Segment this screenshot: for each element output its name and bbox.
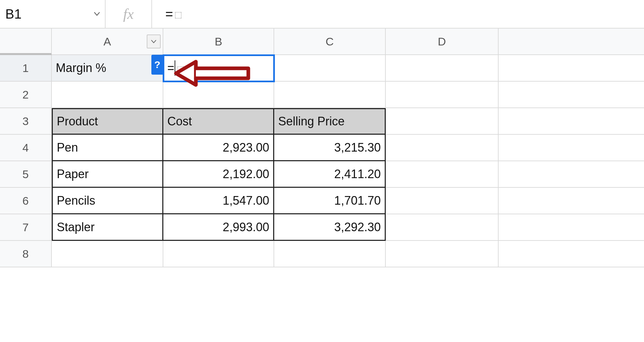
formula-text: = <box>165 7 173 22</box>
cell-c1[interactable] <box>274 55 386 82</box>
cell-value: Paper <box>57 167 89 181</box>
cell-a5[interactable]: Paper <box>52 161 163 188</box>
cell-c4[interactable]: 3,215.30 <box>274 135 386 161</box>
cell-b1-editing[interactable]: ? = <box>163 55 274 82</box>
cell-c5[interactable]: 2,411.20 <box>274 161 386 188</box>
cell-a8[interactable] <box>52 241 163 267</box>
cell-value: 2,923.00 <box>223 141 269 155</box>
formula-help-button[interactable]: ? <box>151 55 163 75</box>
row-header-2[interactable]: 2 <box>0 82 52 108</box>
row-header-8[interactable]: 8 <box>0 241 52 267</box>
cell-a3[interactable]: Product <box>52 108 163 135</box>
name-box-container: B1 <box>3 0 106 28</box>
cell-value: 1,547.00 <box>223 194 269 208</box>
col-header-label: D <box>438 35 446 48</box>
col-header-c[interactable]: C <box>274 29 386 55</box>
cell-a4[interactable]: Pen <box>52 135 163 161</box>
cell-d7[interactable] <box>386 214 499 241</box>
sheet-container: A B C D 1 Margin % ? <box>0 29 644 267</box>
cell-value: 2,192.00 <box>223 167 269 181</box>
cell-b6[interactable]: 1,547.00 <box>163 188 274 214</box>
cell-d1[interactable] <box>386 55 499 82</box>
cell-d2[interactable] <box>386 82 499 108</box>
cell-c6[interactable]: 1,701.70 <box>274 188 386 214</box>
row-header-6[interactable]: 6 <box>0 188 52 214</box>
cell-b5[interactable]: 2,192.00 <box>163 161 274 188</box>
name-box-dropdown-icon[interactable] <box>89 12 105 16</box>
formula-placeholder-icon <box>177 66 184 73</box>
cell-value: Pen <box>57 141 78 155</box>
cell-e5[interactable] <box>499 161 644 188</box>
cell-value: 1,701.70 <box>334 194 381 208</box>
text-caret-icon <box>175 60 175 76</box>
formula-input[interactable]: = <box>152 0 644 28</box>
cell-b2[interactable] <box>163 82 274 108</box>
cell-b4[interactable]: 2,923.00 <box>163 135 274 161</box>
cell-a7[interactable]: Stapler <box>52 214 163 241</box>
spreadsheet-grid[interactable]: A B C D 1 Margin % ? <box>0 29 644 267</box>
cell-value: Cost <box>167 114 192 128</box>
cell-c7[interactable]: 3,292.30 <box>274 214 386 241</box>
cell-a6[interactable]: Pencils <box>52 188 163 214</box>
cell-value: 2,993.00 <box>223 220 269 234</box>
cell-e1[interactable] <box>499 55 644 82</box>
cell-e3[interactable] <box>499 108 644 135</box>
cell-b3[interactable]: Cost <box>163 108 274 135</box>
row-header-3[interactable]: 3 <box>0 108 52 135</box>
formula-placeholder-icon <box>175 12 182 19</box>
cell-e7[interactable] <box>499 214 644 241</box>
cell-edit-text: = <box>167 61 174 75</box>
cell-e6[interactable] <box>499 188 644 214</box>
cell-d4[interactable] <box>386 135 499 161</box>
cell-c3[interactable]: Selling Price <box>274 108 386 135</box>
select-all-corner[interactable] <box>0 29 52 55</box>
col-header-d[interactable]: D <box>386 29 499 55</box>
fx-icon[interactable]: fx <box>106 0 152 28</box>
col-header-a[interactable]: A <box>52 29 163 55</box>
col-header-label: B <box>215 35 222 48</box>
cell-value: Stapler <box>57 220 95 234</box>
cell-c8[interactable] <box>274 241 386 267</box>
row-header-7[interactable]: 7 <box>0 214 52 241</box>
cell-edit-content: = <box>167 60 184 76</box>
row-header-4[interactable]: 4 <box>0 135 52 161</box>
cell-c2[interactable] <box>274 82 386 108</box>
cell-value: Pencils <box>57 194 95 208</box>
cell-value: Selling Price <box>278 114 345 128</box>
cell-value: 3,292.30 <box>334 220 381 234</box>
cell-d3[interactable] <box>386 108 499 135</box>
col-header-label: C <box>326 35 334 48</box>
cell-b8[interactable] <box>163 241 274 267</box>
row-header-5[interactable]: 5 <box>0 161 52 188</box>
cell-value: Product <box>57 114 98 128</box>
col-header-empty[interactable] <box>499 29 644 55</box>
col-header-b[interactable]: B <box>163 29 274 55</box>
cell-d6[interactable] <box>386 188 499 214</box>
cell-e2[interactable] <box>499 82 644 108</box>
row-header-1[interactable]: 1 <box>0 55 52 82</box>
cell-b7[interactable]: 2,993.00 <box>163 214 274 241</box>
col-header-label: A <box>104 35 111 48</box>
cell-a1[interactable]: Margin % <box>52 55 163 82</box>
cell-e4[interactable] <box>499 135 644 161</box>
column-filter-button[interactable] <box>147 34 161 48</box>
cell-e8[interactable] <box>499 241 644 267</box>
name-box[interactable]: B1 <box>5 7 89 22</box>
cell-value: 2,411.20 <box>334 167 381 181</box>
cell-d5[interactable] <box>386 161 499 188</box>
cell-a2[interactable] <box>52 82 163 108</box>
cell-value: Margin % <box>56 61 106 75</box>
cell-value: 3,215.30 <box>334 141 381 155</box>
cell-d8[interactable] <box>386 241 499 267</box>
formula-bar: B1 fx = <box>0 0 644 29</box>
